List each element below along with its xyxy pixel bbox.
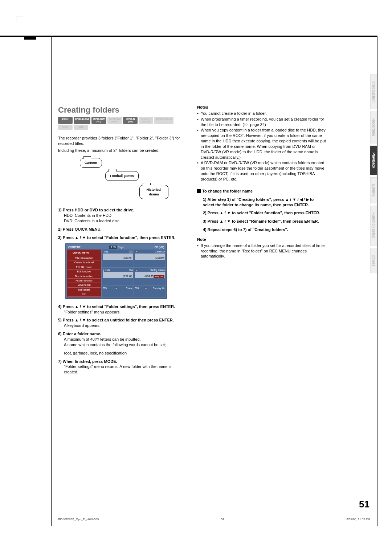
step-4-body: "Folder settings" menu appears. — [58, 309, 187, 315]
tab-playback[interactable]: Playback — [370, 146, 377, 175]
sub-step-1: 1) After step 1) of "Creating folders", … — [197, 197, 326, 208]
tile: r day003 (0:53:45) — [102, 250, 134, 267]
square-bullet-icon — [197, 189, 201, 193]
page-number: 51 — [359, 499, 369, 510]
step-5-head: 5) Press ▲ / ▼ to select an untitled fol… — [58, 318, 174, 322]
step-1: 1) Press HDD or DVD to select the drive.… — [58, 207, 187, 224]
section-title: Creating folders — [58, 105, 187, 116]
step-1-body: HDD: Contents in the HDD DVD: Contents i… — [58, 213, 187, 224]
qm-item: Edit title name — [68, 265, 101, 270]
tile: 005📼Cruise — [102, 286, 134, 297]
tab-editing[interactable]: Editing — [370, 177, 377, 203]
osd-mode: HDD (VR) — [153, 246, 164, 249]
step-1-head: 1) Press HDD or DVD to select the drive. — [58, 208, 134, 212]
tag-hdd: HDD — [58, 117, 73, 124]
step-6-body: A maximum of 48?? letters can be inputte… — [58, 337, 187, 356]
step-2-head: 2) Press QUICK MENU. — [58, 227, 102, 231]
step-2: 2) Press QUICK MENU. — [58, 227, 187, 232]
disc-tags-row: HDD DVD-RAM DVD-RW(VR) DVD-RW(Video) DVD… — [58, 117, 187, 130]
step-6-head: 6) Enter a folder name. — [58, 332, 101, 336]
page-ref-arrow-icon — [245, 123, 248, 126]
footer-left: RD-XS24SB_Ope_E_p049-059 — [58, 518, 99, 521]
tag-cd: CD — [74, 125, 88, 130]
step-5-body: A keyboard appears. — [58, 323, 187, 328]
tag-dvdr-vr: DVD-R(VR) — [123, 117, 138, 124]
subsection-heading: To change the folder name — [197, 189, 326, 194]
sub-step-2: 2) Press ▲ / ▼ to select "Folder functio… — [197, 210, 326, 216]
step-7-body: "Folder settings" menu returns. A new fo… — [58, 364, 187, 375]
osd-content-label: CONTENT — [68, 246, 81, 249]
note-item: •You cannot create a folder in a folder. — [197, 111, 326, 116]
tag-vcd: VCD — [58, 125, 73, 130]
right-column: Notes •You cannot create a folder in a f… — [197, 105, 326, 378]
tag-dvdvideo: DVD-VIDEO — [154, 117, 173, 124]
intro-line-1: The recorder provides 3 folders ("Folder… — [58, 135, 187, 146]
tag-dvdrw-vr: DVD-RW(VR) — [91, 117, 106, 124]
qm-item: Title delete — [68, 288, 101, 292]
step-5: 5) Press ▲ / ▼ to select an untitled fol… — [58, 317, 187, 328]
qm-item: Move to bin — [68, 283, 101, 287]
notes-block: Notes •You cannot create a folder in a f… — [197, 105, 326, 182]
footer: RD-XS24SB_Ope_E_p049-059 51 8/31/05, 11:… — [58, 518, 370, 521]
sub-step-3: 3) Press ▲ / ▼ to select "Rename folder"… — [197, 219, 326, 224]
tile: 📼Cat show (0:29:50) — [134, 250, 166, 267]
note2-block: Note •If you change the name of a folder… — [197, 237, 326, 259]
note-item: •A DVD-RAM or DVD-R/RW (VR mode) which c… — [197, 160, 326, 182]
step-4: 4) Press ▲ / ▼ to select "Folder setting… — [58, 304, 187, 315]
note-item: •When programming a timer recording, you… — [197, 117, 326, 127]
folder-cartoon: Cartoon — [80, 158, 102, 167]
page-frame: Creating folders HDD DVD-RAM DVD-RW(VR) … — [51, 36, 377, 526]
note-item: •When you copy content in a folder from … — [197, 127, 326, 160]
qm-item: Create thumbnail — [68, 260, 101, 265]
tab-introduction[interactable]: Introduction — [370, 74, 377, 109]
step-7-head: 7) When finished, press MODE. — [58, 359, 117, 364]
note2-heading: Note — [197, 237, 326, 242]
step-3-head: 3) Press ▲ / ▼ to select "Folder functio… — [58, 235, 175, 240]
note2-item: •If you change the name of a folder you … — [197, 243, 326, 259]
folder-tab-icon — [143, 183, 151, 185]
qm-item: Edit function — [68, 270, 101, 274]
osd-page-label: Page — [118, 246, 124, 248]
tile: g birds004 (0:52:40) — [102, 268, 134, 286]
tag-dvdr-video: DVD-R(Video) — [139, 117, 153, 124]
step-7: 7) When finished, press MODE. "Folder se… — [58, 359, 187, 375]
folder-tab-icon — [83, 156, 91, 159]
intro-text: The recorder provides 3 folders ("Folder… — [58, 135, 187, 153]
footer-right: 8/31/05, 11:55 PM — [347, 518, 370, 521]
quick-menu-head: Quick Menu — [68, 250, 101, 256]
quick-menu: Quick Menu Title information Create thum… — [67, 250, 101, 297]
content-columns: Creating folders HDD DVD-RAM DVD-RW(VR) … — [52, 36, 377, 378]
qm-item: Exit — [68, 292, 101, 296]
qm-item: Folder function — [68, 279, 101, 283]
folder-diagram: Cartoon Football games Historical drama — [58, 157, 187, 201]
osd-body: Quick Menu Title information Create thum… — [67, 250, 166, 297]
step-3: 3) Press ▲ / ▼ to select "Folder functio… — [58, 235, 187, 240]
step-4-head: 4) Press ▲ / ▼ to select "Folder setting… — [58, 304, 175, 309]
folder-football: Football games — [105, 171, 139, 181]
step-6: 6) Enter a folder name. A maximum of 48?… — [58, 331, 187, 356]
footer-mid: 51 — [221, 518, 224, 521]
osd-page-num: 1 / 5 — [109, 246, 117, 249]
crop-mark — [16, 16, 23, 23]
osd-screenshot: CONTENT 1 / 5 Page HDD (VR) Quick Menu T… — [65, 243, 167, 299]
tag-dvdram: DVD-RAM — [74, 117, 90, 124]
tab-others[interactable]: Others — [370, 248, 377, 273]
tab-recording[interactable]: Recording — [370, 112, 377, 143]
steps-list: 1) Press HDD or DVD to select the drive.… — [58, 207, 187, 375]
top-notch — [24, 36, 36, 40]
osd-tiles: r day003 (0:53:45) 📼Cat show (0:29:50) g… — [102, 250, 166, 297]
folder-historical: Historical drama — [139, 185, 168, 199]
notes-heading: Notes — [197, 105, 326, 110]
tile: 📼Fishing lesson (0:54:30) Play List — [134, 268, 166, 286]
osd-top-bar: CONTENT 1 / 5 Page HDD (VR) — [67, 245, 166, 250]
sub-step-4: 4) Repeat steps 6) to 7) of "Creating fo… — [197, 227, 326, 232]
folder-tab-icon — [109, 169, 117, 171]
intro-line-2: Including these, a maximum of 24 folders… — [58, 148, 187, 153]
tab-function-setup[interactable]: Function setup — [370, 206, 377, 246]
qm-item: Disc information — [68, 274, 101, 279]
qm-item: Title information — [68, 256, 101, 260]
tag-dvdrw-video: DVD-RW(Video) — [107, 117, 122, 124]
tile: 005📼Country life — [134, 286, 166, 297]
left-column: Creating folders HDD DVD-RAM DVD-RW(VR) … — [58, 105, 187, 378]
side-tabs: Introduction Recording Playback Editing … — [370, 74, 377, 275]
